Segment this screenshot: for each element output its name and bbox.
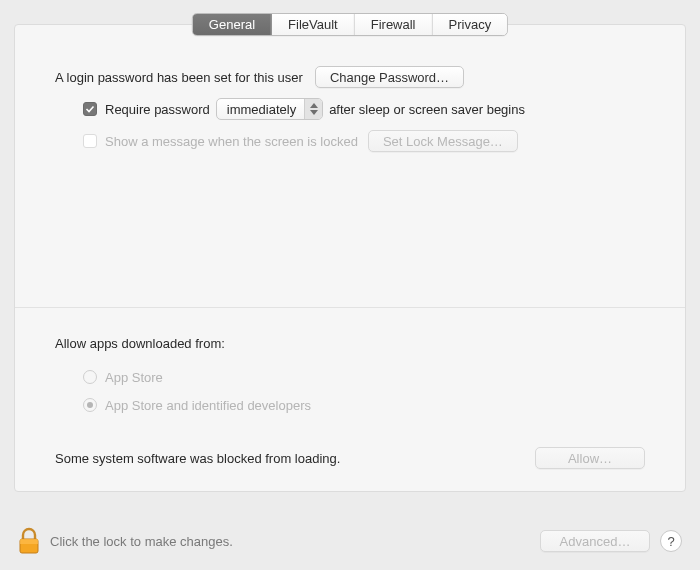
main-panel: General FileVault Firewall Privacy A log… xyxy=(14,24,686,492)
tab-filevault[interactable]: FileVault xyxy=(272,14,355,35)
tab-label: Privacy xyxy=(449,17,492,32)
allow-apps-heading: Allow apps downloaded from: xyxy=(55,336,225,351)
show-lock-message-checkbox[interactable] xyxy=(83,134,97,148)
change-password-button[interactable]: Change Password… xyxy=(315,66,464,88)
require-password-checkbox[interactable] xyxy=(83,102,97,116)
login-password-statement: A login password has been set for this u… xyxy=(55,70,303,85)
tab-label: Firewall xyxy=(371,17,416,32)
tab-firewall[interactable]: Firewall xyxy=(355,14,433,35)
allow-apps-section: Allow apps downloaded from: App Store Ap… xyxy=(15,307,685,419)
lock-hint: Click the lock to make changes. xyxy=(50,534,233,549)
advanced-button[interactable]: Advanced… xyxy=(540,530,650,552)
button-label: Allow… xyxy=(568,451,612,466)
allow-button[interactable]: Allow… xyxy=(535,447,645,469)
button-label: Advanced… xyxy=(560,534,631,549)
tab-bar: General FileVault Firewall Privacy xyxy=(192,13,508,36)
lock-message-row: Show a message when the screen is locked… xyxy=(83,127,645,155)
set-lock-message-button[interactable]: Set Lock Message… xyxy=(368,130,518,152)
require-password-row: Require password immediately after sleep… xyxy=(83,95,645,123)
svg-marker-1 xyxy=(310,110,318,115)
help-glyph: ? xyxy=(667,534,674,549)
button-label: Change Password… xyxy=(330,70,449,85)
require-password-prefix: Require password xyxy=(105,102,210,117)
radio-appstore-identified[interactable] xyxy=(83,398,97,412)
svg-rect-3 xyxy=(20,539,38,544)
svg-marker-0 xyxy=(310,103,318,108)
radio-appstore[interactable] xyxy=(83,370,97,384)
radio-label: App Store xyxy=(105,370,163,385)
require-password-suffix: after sleep or screen saver begins xyxy=(329,102,525,117)
allow-apps-heading-row: Allow apps downloaded from: xyxy=(55,329,645,357)
login-password-section: A login password has been set for this u… xyxy=(15,25,685,155)
lock-icon[interactable] xyxy=(18,527,40,555)
allow-apps-option-appstore: App Store xyxy=(83,363,645,391)
tab-label: General xyxy=(209,17,255,32)
blocked-software-message: Some system software was blocked from lo… xyxy=(55,451,340,466)
footer: Click the lock to make changes. Advanced… xyxy=(0,512,700,570)
updown-icon xyxy=(304,98,322,120)
blocked-software-row: Some system software was blocked from lo… xyxy=(15,447,685,469)
button-label: Set Lock Message… xyxy=(383,134,503,149)
require-password-delay-select[interactable]: immediately xyxy=(216,98,323,120)
select-value: immediately xyxy=(227,102,304,117)
tab-general[interactable]: General xyxy=(193,14,272,35)
tab-label: FileVault xyxy=(288,17,338,32)
radio-label: App Store and identified developers xyxy=(105,398,311,413)
allow-apps-option-identified: App Store and identified developers xyxy=(83,391,645,419)
login-password-row: A login password has been set for this u… xyxy=(55,63,645,91)
security-privacy-window: General FileVault Firewall Privacy A log… xyxy=(0,0,700,570)
tab-privacy[interactable]: Privacy xyxy=(433,14,508,35)
show-lock-message-label: Show a message when the screen is locked xyxy=(105,134,358,149)
help-button[interactable]: ? xyxy=(660,530,682,552)
